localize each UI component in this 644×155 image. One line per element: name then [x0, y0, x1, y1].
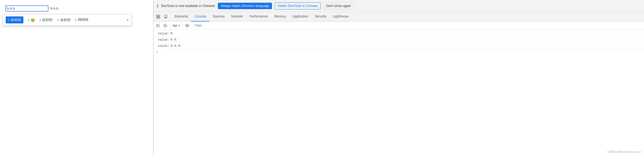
- tab-security[interactable]: Security: [312, 12, 330, 22]
- console-line-2-label: value:: [158, 37, 169, 42]
- notification-text: DevTools is now available in Chinese!: [161, 4, 215, 8]
- autocomplete-item-2[interactable]: 2 😂: [28, 18, 35, 22]
- autocomplete-item-1-num: 1: [8, 18, 9, 22]
- console-toolbar: top ▾: [154, 22, 644, 30]
- autocomplete-item-4-label: 会好好: [60, 17, 71, 22]
- autocomplete-item-1-label: 哈哈哈: [11, 17, 21, 22]
- top-label: top: [173, 24, 177, 27]
- autocomplete-item-4-num: 4: [57, 18, 59, 22]
- tab-lighthouse[interactable]: Lighthouse: [330, 12, 352, 22]
- text-input[interactable]: [5, 5, 48, 12]
- tab-application[interactable]: Application: [289, 12, 312, 22]
- eye-icon[interactable]: [184, 23, 190, 29]
- tab-performance[interactable]: Performance: [246, 12, 271, 22]
- autocomplete-item-5[interactable]: 5 呵呵呵: [75, 17, 89, 22]
- svg-rect-4: [164, 15, 167, 17]
- autocomplete-item-5-label: 呵呵呵: [78, 17, 89, 22]
- svg-rect-1: [158, 15, 160, 16]
- tab-memory[interactable]: Memory: [271, 12, 289, 22]
- always-match-button[interactable]: Always match Chrome's language: [218, 3, 272, 9]
- info-icon: ℹ: [157, 3, 158, 8]
- browser-content: h h h 1 哈哈哈 2 😂 3 好好好 4 会好好 5 呵呵呵 ∨: [0, 0, 153, 155]
- toolbar-divider-2: [182, 23, 183, 28]
- autocomplete-dropdown: 1 哈哈哈 2 😂 3 好好好 4 会好好 5 呵呵呵 ∨: [3, 14, 132, 26]
- svg-rect-0: [157, 15, 158, 16]
- inspect-element-icon[interactable]: [155, 13, 162, 20]
- tab-sources[interactable]: Sources: [210, 12, 228, 22]
- autocomplete-item-2-label: 😂: [31, 18, 35, 22]
- svg-rect-3: [158, 17, 160, 18]
- autocomplete-item-1[interactable]: 1 哈哈哈: [6, 16, 23, 23]
- svg-line-12: [164, 25, 166, 26]
- svg-point-13: [185, 24, 189, 27]
- console-line-3-value: h h h: [171, 44, 180, 48]
- notification-bar: ℹ DevTools is now available in Chinese! …: [154, 0, 644, 12]
- console-prompt-arrow[interactable]: ›: [156, 50, 158, 54]
- tab-network[interactable]: Network: [228, 12, 246, 22]
- tab-console[interactable]: Console: [191, 12, 210, 22]
- autocomplete-item-4[interactable]: 4 会好好: [57, 17, 70, 22]
- clear-console-icon[interactable]: [162, 23, 168, 29]
- sidebar-toggle-icon[interactable]: [155, 23, 161, 29]
- svg-rect-2: [157, 17, 158, 18]
- svg-point-14: [186, 25, 188, 26]
- autocomplete-item-3[interactable]: 3 好好好: [39, 17, 53, 22]
- console-line-2: value: h h: [154, 37, 644, 43]
- context-dropdown-icon: ▾: [178, 24, 180, 27]
- filter-input[interactable]: [194, 24, 642, 27]
- autocomplete-item-3-num: 3: [39, 18, 41, 22]
- devtools-icon-group: [155, 13, 169, 20]
- context-selector[interactable]: top ▾: [172, 23, 181, 28]
- console-line-1: value: h: [154, 31, 644, 37]
- devtools-panel: ℹ DevTools is now available in Chinese! …: [153, 0, 644, 155]
- devtools-tabs-bar: Elements Console Sources Network Perform…: [154, 12, 644, 22]
- autocomplete-item-2-num: 2: [28, 18, 29, 22]
- autocomplete-item-3-label: 好好好: [42, 17, 53, 22]
- device-toolbar-icon[interactable]: [162, 13, 169, 20]
- console-line-3-label: value:: [158, 44, 169, 48]
- console-line-3: value: h h h: [154, 43, 644, 49]
- watermark: CSDN @Heartsman_man: [607, 150, 641, 153]
- svg-rect-7: [157, 24, 158, 27]
- inline-text: h h h: [51, 6, 58, 10]
- console-line-2-value: h h: [171, 37, 176, 42]
- tab-elements[interactable]: Elements: [171, 12, 191, 22]
- dont-show-button[interactable]: Don't show again: [323, 2, 354, 9]
- console-prompt-line[interactable]: ›: [154, 49, 644, 55]
- console-line-1-label: value:: [158, 31, 169, 36]
- switch-chinese-button[interactable]: Switch DevTools to Chinese: [275, 2, 321, 9]
- toolbar-divider-3: [192, 23, 192, 28]
- toolbar-divider: [170, 23, 170, 28]
- console-output: value: h value: h h value: h h h ›: [154, 30, 644, 155]
- console-line-1-value: h: [171, 31, 172, 36]
- chevron-down-icon: ∨: [126, 18, 129, 22]
- autocomplete-item-5-num: 5: [75, 18, 77, 22]
